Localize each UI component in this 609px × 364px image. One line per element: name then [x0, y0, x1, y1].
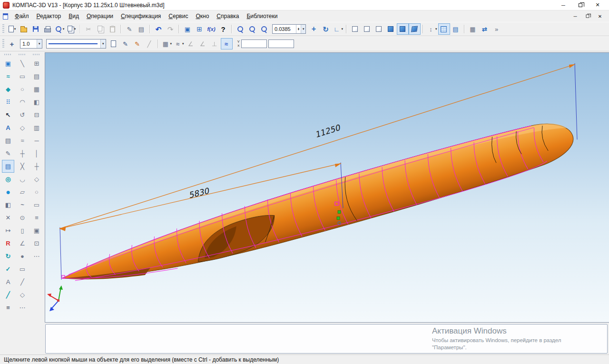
specification-button[interactable]: ▤: [136, 23, 147, 35]
mdi-restore-button[interactable]: [583, 12, 592, 20]
grid-button[interactable]: ▦ ▾: [161, 38, 173, 49]
panel-cylinder[interactable]: ◎: [2, 173, 14, 186]
step-dropdown-icon[interactable]: ▾: [37, 39, 42, 48]
panel-document[interactable]: ▤: [2, 160, 14, 173]
variables-button[interactable]: ▣: [182, 23, 194, 35]
zoom-dropdown-icon[interactable]: ▾: [301, 25, 306, 33]
tool-circle-filled[interactable]: ●: [16, 250, 29, 263]
rebuild-button[interactable]: ⇄: [479, 23, 491, 35]
line-style-combo[interactable]: ▾: [46, 39, 106, 49]
tool-circle[interactable]: ○: [16, 83, 29, 96]
panel-goto[interactable]: ↦: [2, 224, 14, 237]
op-plane-grid[interactable]: ⊞: [30, 57, 43, 70]
sketch-button[interactable]: [438, 23, 450, 35]
op-mesh[interactable]: ▦: [30, 83, 43, 96]
panel-component[interactable]: ▣: [2, 57, 14, 70]
undo-button[interactable]: ↶: [153, 23, 165, 35]
menu-window[interactable]: Окно: [192, 11, 213, 21]
op-half[interactable]: ◧: [30, 96, 43, 108]
tool-spline[interactable]: ≈: [16, 134, 29, 147]
panel-text[interactable]: A: [2, 275, 14, 288]
coord-x-input[interactable]: [268, 39, 294, 48]
zoom-selected-button[interactable]: [258, 23, 270, 35]
menu-operations[interactable]: Операции: [83, 11, 117, 21]
tool-line-2[interactable]: ╱: [16, 275, 29, 288]
op-hline[interactable]: ─: [30, 134, 43, 147]
panel-points[interactable]: ◆: [2, 83, 14, 96]
object-filter-button[interactable]: ▦: [467, 23, 479, 35]
copy-properties-button[interactable]: ✎: [124, 23, 136, 35]
tool-rect[interactable]: ▭: [16, 70, 29, 83]
snaps-button[interactable]: ✎: [132, 38, 144, 49]
tool-axes[interactable]: ┼: [16, 147, 29, 160]
tool-arc-lower[interactable]: ◡: [16, 173, 29, 186]
panel-edit[interactable]: ✎: [2, 147, 14, 160]
panel-slash[interactable]: ╱: [2, 288, 14, 301]
tool-arc[interactable]: ◠: [16, 96, 29, 108]
panel-spline[interactable]: ≈: [2, 70, 14, 83]
save-document-button[interactable]: [30, 23, 42, 35]
panel-sheet[interactable]: ▤: [2, 134, 14, 147]
menu-editor[interactable]: Редактор: [33, 11, 65, 21]
op-lines[interactable]: ▥: [30, 121, 43, 134]
op-filled[interactable]: ▣: [30, 224, 43, 237]
zoom-scale-combo[interactable]: 0.0385 ▲ ▼ ▾: [272, 24, 306, 34]
panel-select[interactable]: ↖: [2, 108, 14, 121]
redo-button[interactable]: ↷: [165, 23, 177, 35]
op-dot-box[interactable]: ⊡: [30, 237, 43, 250]
tool-more[interactable]: ⋯: [16, 301, 29, 314]
op-sheet[interactable]: ▤: [30, 70, 43, 83]
menu-help[interactable]: Справка: [213, 11, 243, 21]
coord-y-input[interactable]: [241, 39, 267, 48]
boat-hull[interactable]: [55, 115, 580, 301]
rounding-button[interactable]: ≈: [221, 38, 233, 49]
angle-snap2-button[interactable]: ∠: [197, 38, 209, 49]
menu-file[interactable]: Файл: [11, 11, 33, 21]
toolbar-overflow-button[interactable]: »: [491, 23, 503, 35]
mdi-close-button[interactable]: ✕: [596, 12, 604, 20]
property-bar[interactable]: Активация Windows Чтобы активировать Win…: [45, 324, 608, 354]
toolbar-grip[interactable]: [2, 39, 4, 49]
display-shaded-edges-button[interactable]: [397, 23, 409, 35]
tool-line[interactable]: ╲: [16, 57, 29, 70]
panel-sphere[interactable]: ●: [2, 186, 14, 198]
tool-sheet[interactable]: ▯: [16, 224, 29, 237]
local-cs-button[interactable]: ≈ ▾: [173, 38, 185, 49]
zoom-in-out-button[interactable]: [246, 23, 258, 35]
rotate-view-button[interactable]: ↻: [320, 23, 332, 35]
copy-button[interactable]: [95, 23, 107, 35]
orientation-button[interactable]: ∟ ▾: [332, 23, 344, 35]
panel-rotate[interactable]: ↻: [2, 250, 14, 263]
model-tree-button[interactable]: ▤: [450, 23, 462, 35]
divide-button[interactable]: ╱: [144, 38, 156, 49]
menu-view[interactable]: Вид: [65, 11, 83, 21]
display-wireframe-button[interactable]: [349, 23, 361, 35]
zoom-spinner[interactable]: ▲ ▼: [296, 25, 301, 33]
panel-delete[interactable]: ✕: [2, 211, 14, 224]
display-shaded-button[interactable]: [385, 23, 397, 35]
tool-rotate[interactable]: ↺: [16, 108, 29, 121]
mdi-minimize-button[interactable]: ─: [571, 12, 580, 20]
print-preview-button[interactable]: ▾: [54, 23, 66, 35]
menu-service[interactable]: Сервис: [165, 11, 192, 21]
op-diamond[interactable]: ◇: [30, 173, 43, 186]
open-document-button[interactable]: [18, 23, 30, 35]
cut-button[interactable]: ✂: [83, 23, 95, 35]
panel-grip[interactable]: [33, 54, 40, 55]
panel-grip[interactable]: [4, 54, 12, 55]
edit-styles-button[interactable]: ✎: [120, 38, 132, 49]
tool-plane[interactable]: ▱: [16, 186, 29, 198]
panel-grip[interactable]: [19, 54, 26, 55]
op-more[interactable]: ⋯: [30, 250, 43, 263]
context-help-button[interactable]: ?: [217, 23, 229, 35]
op-cross[interactable]: ┼: [30, 160, 43, 173]
ortho-snap-button[interactable]: ⊥: [209, 38, 221, 49]
op-minus[interactable]: ⊟: [30, 108, 43, 121]
panel-array[interactable]: ⠿: [2, 96, 14, 108]
step-combo[interactable]: 1.0 ▾: [20, 39, 42, 49]
print-button[interactable]: [42, 23, 54, 35]
toolbar-grip[interactable]: [2, 24, 4, 34]
display-no-hidden-button[interactable]: [361, 23, 373, 35]
panel-r-mode[interactable]: R: [2, 237, 14, 250]
minimize-button[interactable]: ─: [555, 0, 572, 10]
